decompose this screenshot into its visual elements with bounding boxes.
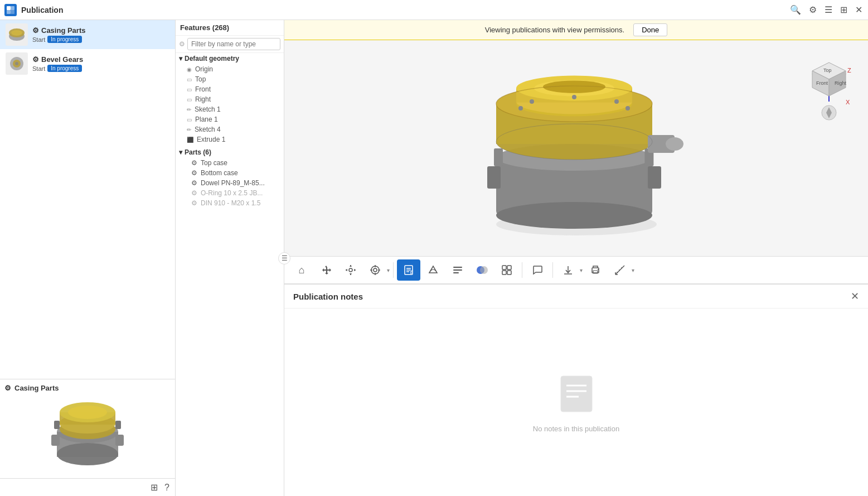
pan-tool-button[interactable] bbox=[339, 259, 362, 281]
feature-item-origin[interactable]: ◉Origin bbox=[176, 64, 284, 74]
filter-icon: ⚙ bbox=[179, 40, 185, 48]
main-layout: ⚙ Casing Parts Start In progress bbox=[0, 20, 868, 496]
casing-parts-name: ⚙ Casing Parts bbox=[32, 26, 169, 35]
sidebar-items: ⚙ Casing Parts Start In progress bbox=[0, 20, 175, 379]
svg-rect-81 bbox=[507, 271, 511, 275]
svg-rect-3 bbox=[11, 10, 14, 14]
feature-item-front[interactable]: ▭Front bbox=[176, 84, 284, 94]
measure-dropdown-arrow[interactable]: ▾ bbox=[632, 267, 634, 273]
feature-item-sketch1[interactable]: ✏Sketch 1 bbox=[176, 104, 284, 114]
svg-point-77 bbox=[480, 266, 488, 274]
top-bar-actions: 🔍 ⚙ ☰ ⊞ ✕ bbox=[789, 3, 864, 16]
feature-item-dowel[interactable]: ⚙Dowel PN-89_M-85... bbox=[176, 178, 284, 188]
collapse-icon-parts: ▾ bbox=[179, 148, 182, 156]
grid-view-button[interactable]: ⊞ bbox=[839, 3, 848, 16]
top-bar: Publication 🔍 ⚙ ☰ ⊞ ✕ bbox=[0, 0, 868, 20]
svg-point-46 bbox=[666, 137, 683, 151]
download-dropdown-arrow[interactable]: ▾ bbox=[580, 267, 583, 273]
svg-text:Top: Top bbox=[823, 68, 832, 73]
svg-text:Front: Front bbox=[816, 80, 828, 86]
done-button[interactable]: Done bbox=[633, 23, 667, 36]
orientation-cube[interactable]: Z X Top Front Right bbox=[801, 51, 857, 124]
svg-point-63 bbox=[374, 268, 377, 272]
feature-item-top[interactable]: ▭Top bbox=[176, 74, 284, 84]
notes-tool-button[interactable] bbox=[397, 259, 420, 281]
empty-notes-icon bbox=[554, 372, 599, 418]
svg-rect-28 bbox=[648, 166, 661, 189]
list-view-button[interactable]: ☰ bbox=[823, 3, 833, 16]
sidebar-item-bevel-gears[interactable]: ⚙ Bevel Gears Start In progress bbox=[0, 49, 175, 78]
help-button[interactable]: ? bbox=[163, 481, 171, 494]
feature-item-right[interactable]: ▭Right bbox=[176, 94, 284, 104]
svg-rect-0 bbox=[7, 6, 11, 10]
sidebar-item-casing-parts[interactable]: ⚙ Casing Parts Start In progress bbox=[0, 20, 175, 49]
svg-text:X: X bbox=[846, 99, 850, 105]
features-filter-row: ⚙ bbox=[176, 36, 284, 53]
svg-rect-29 bbox=[494, 148, 503, 166]
explode-tool-button[interactable] bbox=[495, 259, 518, 281]
svg-point-6 bbox=[11, 30, 22, 36]
svg-rect-75 bbox=[453, 272, 459, 273]
features-panel: Features (268) ⚙ ▾ Default geometry ◉Ori… bbox=[176, 20, 284, 496]
bom-tool-button[interactable] bbox=[446, 259, 469, 281]
filter-button[interactable]: ⚙ bbox=[808, 3, 818, 16]
sidebar-bottom-title: ⚙ Casing Parts bbox=[4, 384, 171, 392]
features-filter-input[interactable] bbox=[187, 38, 280, 50]
download-tool-group: ▾ bbox=[556, 259, 583, 281]
svg-point-25 bbox=[496, 202, 652, 229]
features-header: Features (268) bbox=[176, 20, 284, 36]
measure-tool-button[interactable] bbox=[608, 259, 632, 281]
app-logo bbox=[4, 4, 17, 16]
target-tool-button[interactable] bbox=[363, 259, 387, 281]
svg-point-42 bbox=[614, 99, 619, 104]
feature-item-sketch4[interactable]: ✏Sketch 4 bbox=[176, 124, 284, 134]
feature-item-plane1[interactable]: ▭Plane 1 bbox=[176, 114, 284, 124]
feature-item-bottom-case[interactable]: ⚙Bottom case bbox=[176, 168, 284, 178]
svg-point-17 bbox=[68, 406, 107, 419]
svg-rect-1 bbox=[11, 6, 14, 10]
feature-group-default-geometry[interactable]: ▾ Default geometry bbox=[176, 53, 284, 64]
feature-item-din910[interactable]: ⚙DIN 910 - M20 x 1.5 bbox=[176, 198, 284, 208]
target-dropdown-arrow[interactable]: ▾ bbox=[387, 267, 390, 273]
texture-tool-button[interactable] bbox=[421, 259, 445, 281]
casing-parts-info: ⚙ Casing Parts Start In progress bbox=[32, 26, 169, 43]
feature-item-oring[interactable]: ⚙O-Ring 10 x 2.5 JB... bbox=[176, 188, 284, 198]
svg-rect-21 bbox=[115, 421, 121, 429]
sidebar-bottom: ⚙ Casing Parts bbox=[0, 379, 175, 478]
search-button[interactable]: 🔍 bbox=[789, 3, 802, 16]
svg-point-62 bbox=[371, 266, 379, 274]
bottom-panel-title: Publication notes bbox=[293, 292, 363, 301]
svg-line-72 bbox=[410, 271, 412, 272]
svg-rect-73 bbox=[453, 267, 462, 268]
feature-item-extrude1[interactable]: ⬛Extrude 1 bbox=[176, 134, 284, 145]
home-tool-button[interactable]: ⌂ bbox=[290, 259, 313, 281]
measure-tool-group: ▾ bbox=[608, 259, 634, 281]
print-tool-button[interactable] bbox=[584, 259, 607, 281]
viewport[interactable]: Z X Top Front Right bbox=[284, 40, 868, 256]
casing-parts-thumbnail bbox=[6, 23, 28, 46]
move-tool-button[interactable] bbox=[314, 259, 338, 281]
color-tool-button[interactable] bbox=[471, 259, 494, 281]
feature-item-top-case[interactable]: ⚙Top case bbox=[176, 158, 284, 168]
close-button[interactable]: ✕ bbox=[854, 3, 864, 16]
comment-tool-button[interactable] bbox=[526, 259, 549, 281]
bevel-gears-info: ⚙ Bevel Gears Start In progress bbox=[32, 55, 169, 72]
toolbar-separator-3 bbox=[552, 262, 553, 278]
empty-notes-text: No notes in this publication bbox=[533, 425, 619, 433]
collapse-icon: ▾ bbox=[179, 55, 182, 62]
svg-rect-92 bbox=[561, 376, 592, 412]
collapse-features-button[interactable]: ☰ bbox=[278, 252, 290, 264]
layout-button[interactable]: ⊞ bbox=[149, 481, 159, 494]
notification-text: Viewing publications with view permissio… bbox=[485, 26, 625, 34]
svg-line-86 bbox=[615, 266, 624, 275]
bottom-panel-close-button[interactable]: ✕ bbox=[851, 290, 859, 302]
svg-point-44 bbox=[625, 106, 630, 110]
app-title: Publication bbox=[21, 6, 63, 15]
bottom-panel: Publication notes ✕ No notes in this pub… bbox=[284, 284, 868, 496]
feature-group-parts[interactable]: ▾ Parts (6) bbox=[176, 147, 284, 158]
bevel-gears-badge: In progress bbox=[47, 65, 82, 72]
svg-point-40 bbox=[530, 99, 534, 104]
bevel-gears-status: Start In progress bbox=[32, 65, 169, 72]
svg-rect-79 bbox=[507, 266, 511, 269]
download-tool-button[interactable] bbox=[556, 259, 580, 281]
